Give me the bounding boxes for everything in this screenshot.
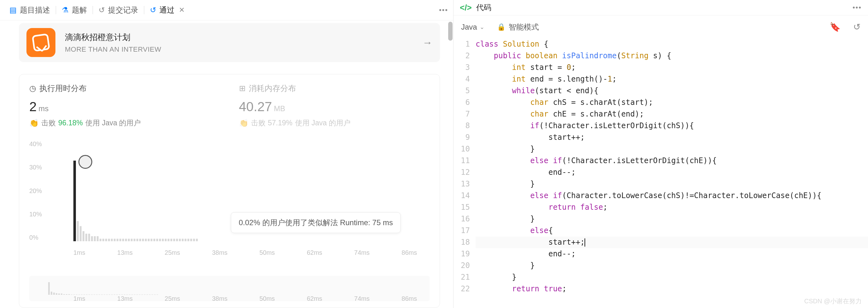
chart-bar[interactable] xyxy=(193,239,195,241)
chart-bar[interactable] xyxy=(182,239,184,241)
clap-icon: 👏 xyxy=(239,119,248,127)
code-editor[interactable]: 12345678910111213141516171819202122 clas… xyxy=(454,38,868,308)
chart-bar[interactable] xyxy=(85,234,87,241)
divider xyxy=(56,6,56,14)
promo-title: 滴滴秋招橙意计划 xyxy=(65,32,161,43)
chart-bar[interactable] xyxy=(167,239,169,241)
runtime-unit: ms xyxy=(38,104,49,113)
chart-bar[interactable] xyxy=(111,239,113,241)
chart-bar[interactable] xyxy=(119,239,121,241)
promo-subtitle: MORE THAN AN INTERVIEW xyxy=(65,45,161,54)
memory-title: 消耗内存分布 xyxy=(249,83,296,94)
beat-suffix: 使用 Java 的用户 xyxy=(295,118,350,128)
chart-bar[interactable] xyxy=(114,239,116,241)
chart-bar[interactable] xyxy=(131,239,133,241)
chart-bar[interactable] xyxy=(170,239,172,241)
tab-pass[interactable]: ↺ 通过 ✕ xyxy=(146,2,189,18)
chevron-down-icon: ⌄ xyxy=(480,24,485,31)
chart-bar[interactable] xyxy=(159,239,161,241)
chart-bar[interactable] xyxy=(142,239,144,241)
chart-bar[interactable] xyxy=(128,239,130,241)
left-panel: ▤ 题目描述 ⚗ 题解 ↺ 提交记录 ↺ 通过 ✕ ••• xyxy=(0,0,454,308)
chart-bar[interactable] xyxy=(153,239,155,241)
chart-bar[interactable] xyxy=(80,226,82,241)
chart-bar[interactable] xyxy=(122,239,124,241)
left-content: 滴滴秋招橙意计划 MORE THAN AN INTERVIEW → ◷ 执行用时… xyxy=(0,21,453,308)
chart-bar[interactable] xyxy=(77,221,79,241)
tab-description[interactable]: ▤ 题目描述 xyxy=(5,2,55,18)
close-icon[interactable]: ✕ xyxy=(179,6,185,14)
arrow-right-icon: → xyxy=(422,37,432,49)
memory-pct: 57.19% xyxy=(268,119,292,127)
chart-bar[interactable] xyxy=(185,239,186,241)
chart-bar[interactable] xyxy=(99,239,101,241)
chart-bar[interactable] xyxy=(117,239,118,241)
tab-description-label: 题目描述 xyxy=(20,5,50,15)
tab-solution-label: 题解 xyxy=(72,5,87,15)
more-icon[interactable]: ••• xyxy=(852,3,862,12)
chart-bar[interactable] xyxy=(133,239,135,241)
divider xyxy=(144,6,144,14)
chart-bar[interactable] xyxy=(190,239,192,241)
mini-chart[interactable]: 1ms13ms25ms38ms50ms62ms74ms86ms xyxy=(29,276,430,301)
chart-bar[interactable] xyxy=(136,239,138,241)
chart-bar[interactable] xyxy=(88,234,90,241)
history-icon: ↺ xyxy=(99,6,105,14)
chart-tooltip: 0.02% 的用户使用了类似解法 Runtime: 75 ms xyxy=(231,212,401,233)
code-header-label: 代码 xyxy=(476,2,491,12)
chart-bar[interactable] xyxy=(156,239,158,241)
chart-bar[interactable] xyxy=(173,239,175,241)
chart-bar[interactable] xyxy=(105,239,107,241)
code-toolbar: Java ⌄ 🔒 智能模式 🔖 ↺ xyxy=(454,16,868,38)
chart-bar[interactable] xyxy=(73,161,76,241)
history-icon: ↺ xyxy=(150,6,156,14)
right-panel: </> 代码 ••• Java ⌄ 🔒 智能模式 🔖 ↺ 12345678910… xyxy=(454,0,868,308)
memory-block[interactable]: ⊞ 消耗内存分布 40.27 MB 👏 击败 57.19% 使用 Java 的用… xyxy=(239,83,430,128)
chart-bar[interactable] xyxy=(165,239,166,241)
chart-bar[interactable] xyxy=(196,239,198,241)
runtime-block[interactable]: ◷ 执行用时分布 2 ms 👏 击败 96.18% 使用 Java 的用户 xyxy=(29,83,220,128)
memory-value: 40.27 xyxy=(239,99,272,114)
chart-bar[interactable] xyxy=(108,239,110,241)
chart-bar[interactable] xyxy=(176,239,178,241)
chart-bar[interactable] xyxy=(145,239,147,241)
promo-logo xyxy=(27,28,56,57)
language-selector[interactable]: Java ⌄ xyxy=(461,23,485,31)
chart-bar[interactable] xyxy=(148,239,150,241)
chart-bar[interactable] xyxy=(151,239,152,241)
right-header: </> 代码 ••• xyxy=(454,0,868,16)
language-label: Java xyxy=(461,23,477,31)
chart-bar[interactable] xyxy=(102,239,104,241)
tab-pass-label: 通过 xyxy=(159,5,175,15)
clap-icon: 👏 xyxy=(29,119,39,127)
memory-icon: ⊞ xyxy=(239,84,246,93)
memory-unit: MB xyxy=(274,104,285,113)
chart-bar[interactable] xyxy=(91,236,93,241)
lock-icon: 🔒 xyxy=(497,23,505,31)
promo-card[interactable]: 滴滴秋招橙意计划 MORE THAN AN INTERVIEW → xyxy=(19,23,440,62)
tab-submissions[interactable]: ↺ 提交记录 xyxy=(94,2,143,18)
line-gutter: 12345678910111213141516171819202122 xyxy=(454,38,475,308)
divider xyxy=(93,6,93,14)
chart-bar[interactable] xyxy=(125,239,127,241)
chart-bar[interactable] xyxy=(162,239,164,241)
beat-suffix: 使用 Java 的用户 xyxy=(85,118,141,128)
chart-bar[interactable] xyxy=(83,231,84,241)
chart-bar[interactable] xyxy=(97,236,99,241)
chart-bar[interactable] xyxy=(94,236,96,241)
runtime-chart[interactable]: 40%30%20%10%0% 0.02% 的用户使用了类似解法 Runtime:… xyxy=(29,141,430,254)
tab-solution[interactable]: ⚗ 题解 xyxy=(57,2,91,18)
runtime-pct: 96.18% xyxy=(58,119,83,127)
scrollbar-thumb[interactable] xyxy=(448,22,453,41)
chart-bar[interactable] xyxy=(179,239,181,241)
stats-card: ◷ 执行用时分布 2 ms 👏 击败 96.18% 使用 Java 的用户 xyxy=(19,74,440,308)
undo-icon[interactable]: ↺ xyxy=(853,22,861,32)
more-icon[interactable]: ••• xyxy=(439,6,448,14)
left-tabs: ▤ 题目描述 ⚗ 题解 ↺ 提交记录 ↺ 通过 ✕ ••• xyxy=(0,0,453,21)
smart-mode[interactable]: 🔒 智能模式 xyxy=(497,22,539,32)
chart-bar[interactable] xyxy=(187,239,189,241)
bookmark-icon[interactable]: 🔖 xyxy=(830,22,841,32)
chart-bar[interactable] xyxy=(139,239,141,241)
beat-label: 击败 xyxy=(251,118,266,128)
code-body[interactable]: class Solution { public boolean isPalind… xyxy=(475,38,868,308)
